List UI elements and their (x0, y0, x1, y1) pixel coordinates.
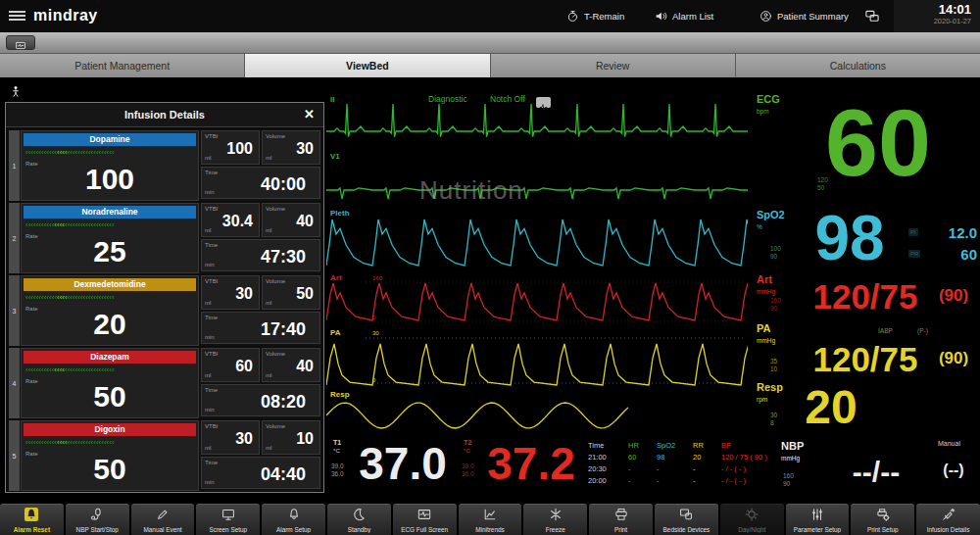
toolbar-button-print-setup[interactable]: Print Setup (851, 504, 914, 535)
resp-param-label: Resprpm (757, 382, 783, 405)
toolbar-button-minitrends[interactable]: Minitrends (459, 504, 522, 535)
toolbar-button-label: Bedside Devices (655, 526, 718, 533)
vtbi-unit: ml (205, 445, 211, 451)
pleth-wave-label: Pleth (330, 209, 350, 218)
trend-table: TimeHRSpO2RRBP21:00609820120 / 75 ( 90 )… (588, 441, 784, 485)
waveform-area (326, 77, 748, 440)
clock: 14:01 2020-01-27 (894, 0, 980, 32)
art-alarm-limits: 16090 (770, 297, 781, 312)
volume-cell: Volume ml 10 (262, 420, 320, 455)
spo2-param-label: SpO2% (757, 210, 785, 232)
vtbi-unit: ml (205, 372, 211, 378)
trend-header: HR (628, 441, 652, 450)
toolbar-button-nbp-start-stop[interactable]: NBP Start/Stop (66, 504, 129, 535)
pa-tag-p: (P-) (917, 327, 928, 334)
toolbar-button-standby[interactable]: Standby (327, 504, 391, 535)
standby-icon (352, 508, 366, 521)
volume-cell: Volume ml 30 (262, 130, 320, 165)
time-value: 08:20 (261, 392, 306, 413)
time-unit: min (205, 407, 215, 413)
vtbi-value: 30 (235, 430, 253, 448)
toolbar-button-bedside-devices[interactable]: Bedside Devices (655, 504, 718, 535)
rate-value: 100 (22, 159, 198, 200)
art-param-label: ArtmmHg (757, 274, 775, 297)
alarm-list-button[interactable]: Alarm List (655, 0, 713, 32)
infusion-row[interactable]: 5 Digoxin ‹‹‹‹‹‹‹‹‹‹‹‹‹‹‹‹‹‹‹‹‹‹‹‹‹‹‹‹‹‹… (9, 420, 320, 491)
volume-value: 10 (296, 430, 314, 448)
main-screen-button[interactable] (6, 35, 35, 50)
infusion-progress-bar: ‹‹‹‹‹‹‹‹‹‹‹‹‹‹‹‹‹‹‹‹‹‹‹‹‹‹‹‹‹‹‹‹‹‹ (25, 438, 177, 447)
t-remain-button[interactable]: T-Remain (566, 0, 624, 32)
tab-review[interactable]: Review (491, 54, 735, 77)
infusion-row-index: 1 (9, 130, 20, 201)
infusion-details-icon (942, 508, 956, 521)
vtbi-value: 30 (235, 285, 253, 303)
pa-param-label: PAmmHg (757, 323, 775, 346)
toolbar-button-parameter-setup[interactable]: Parameter Setup (786, 504, 850, 535)
toolbar-button-label: Manual Event (131, 526, 195, 533)
time-cell: Time min 08:20 (201, 384, 320, 416)
trend-header: Time (588, 441, 623, 450)
toolbar-button-label: Day/Night (720, 526, 784, 533)
watermark: Nutrition (419, 175, 523, 206)
pa-alarm-limits: 3510 (770, 358, 777, 372)
vtbi-unit: ml (205, 155, 211, 161)
volume-cell: Volume ml 40 (262, 348, 320, 382)
toolbar-button-label: Print (589, 526, 653, 533)
trend-cell: 20 (693, 453, 716, 462)
trend-cell: - / - ( - ) (721, 476, 784, 485)
day-night-icon (745, 508, 759, 521)
nbp-mode: Manual (938, 440, 960, 447)
trend-cell: - (693, 464, 716, 473)
toolbar-button-infusion-details[interactable]: Infusion Details (916, 504, 980, 535)
ecg-lead2-label: V1 (330, 152, 340, 161)
parameter-setup-icon (810, 508, 824, 521)
pa-value: 120/75 (794, 339, 937, 382)
tab-calculations[interactable]: Calculations (736, 54, 980, 77)
trend-cell: - (657, 476, 688, 485)
infusion-row-details: VTBI ml 30 Volume ml 10 Time min 04:40 (201, 420, 320, 491)
vtbi-unit: ml (205, 227, 211, 233)
time-cell: Time min 04:40 (201, 457, 320, 489)
trend-cell: 20:30 (588, 464, 623, 473)
t1-alarm-limits: 39.036.0 (331, 462, 344, 477)
minitrends-icon (483, 508, 497, 521)
infusion-row-main: Dexmedetomidine ‹‹‹‹‹‹‹‹‹‹‹‹‹‹‹‹‹‹‹‹‹‹‹‹… (21, 275, 199, 346)
volume-label: Volume (266, 206, 285, 212)
time-label: Time (205, 242, 218, 248)
volume-unit: ml (266, 227, 271, 233)
toolbar-button-alarm-reset[interactable]: Alarm Reset (0, 504, 64, 535)
spo2-value: 98 (792, 202, 907, 276)
trend-cell: 21:00 (588, 453, 623, 462)
infusion-row[interactable]: 3 Dexmedetomidine ‹‹‹‹‹‹‹‹‹‹‹‹‹‹‹‹‹‹‹‹‹‹… (9, 275, 320, 346)
alarm-reset-icon (24, 508, 38, 521)
infusion-row[interactable]: 1 Dopamine ‹‹‹‹‹‹‹‹‹‹‹‹‹‹‹‹‹‹‹‹‹‹‹‹‹‹‹‹‹… (9, 130, 320, 201)
toolbar-button-ecg-full-screen[interactable]: ECG Full Screen (393, 504, 457, 535)
top-bar: mindray T-Remain Alarm List Patient Summ… (0, 0, 980, 32)
volume-value: 40 (296, 358, 314, 375)
toolbar-button-label: Standby (327, 526, 391, 533)
toolbar-button-screen-setup[interactable]: Screen Setup (196, 504, 260, 535)
infusion-progress-bar: ‹‹‹‹‹‹‹‹‹‹‹‹‹‹‹‹‹‹‹‹‹‹‹‹‹‹‹‹‹‹‹‹‹‹ (25, 365, 177, 374)
infusion-progress-bar: ‹‹‹‹‹‹‹‹‹‹‹‹‹‹‹‹‹‹‹‹‹‹‹‹‹‹‹‹‹‹‹‹‹‹ (25, 148, 177, 157)
trend-cell: 120 / 75 ( 90 ) (721, 453, 784, 462)
close-icon[interactable]: ✕ (304, 107, 315, 122)
t1-value: 37.0 (347, 435, 459, 494)
tab-patient-management[interactable]: Patient Management (0, 54, 244, 77)
patient-summary-button[interactable]: Patient Summary (760, 0, 849, 32)
trend-cell: 20:00 (588, 476, 623, 485)
tab-viewbed[interactable]: ViewBed (245, 54, 489, 77)
screens-button[interactable] (864, 0, 880, 32)
time: 14:01 (894, 3, 971, 17)
infusion-row[interactable]: 4 Diazepam ‹‹‹‹‹‹‹‹‹‹‹‹‹‹‹‹‹‹‹‹‹‹‹‹‹‹‹‹‹… (9, 348, 320, 418)
infusion-row-main: Digoxin ‹‹‹‹‹‹‹‹‹‹‹‹‹‹‹‹‹‹‹‹‹‹‹‹‹‹‹‹‹‹‹‹… (21, 420, 199, 491)
toolbar-button-freeze[interactable]: Freeze (523, 504, 587, 535)
infusion-row[interactable]: 2 Noradrenaline ‹‹‹‹‹‹‹‹‹‹‹‹‹‹‹‹‹‹‹‹‹‹‹‹… (9, 203, 320, 273)
toolbar-button-alarm-setup[interactable]: Alarm Setup (262, 504, 325, 535)
toolbar-button-print[interactable]: Print (589, 504, 653, 535)
toolbar-button-manual-event[interactable]: Manual Event (131, 504, 195, 535)
date: 2020-01-27 (894, 17, 971, 25)
volume-unit: ml (266, 445, 271, 451)
main-menu-icon[interactable] (9, 9, 25, 23)
time-unit: min (205, 479, 215, 485)
